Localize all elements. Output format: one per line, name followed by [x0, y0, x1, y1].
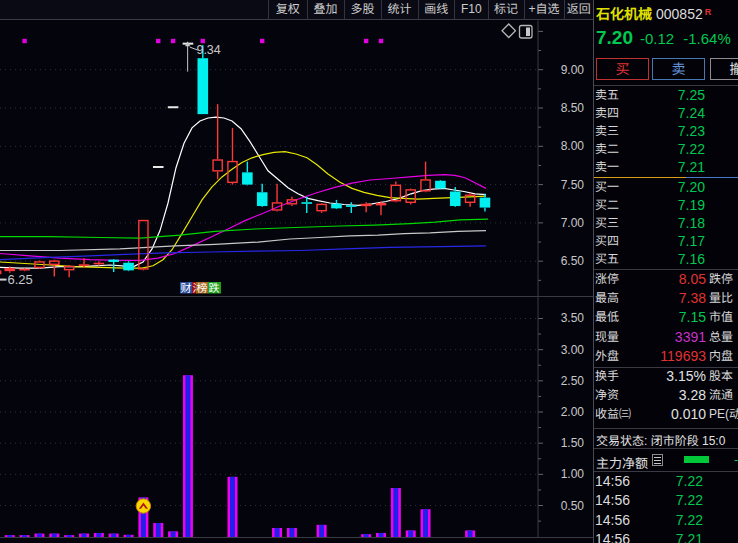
quote-panel: 石化机械000852R 7.20-0.12-1.64% 买卖撤 卖五7.25卖四… [593, 0, 738, 543]
volume-bar[interactable] [124, 535, 134, 537]
bid-label: 买一 [595, 178, 619, 196]
menu-item-adjust-rights[interactable]: 复权 [268, 0, 307, 19]
stat-row-现量: 现量3391总量 [594, 328, 738, 347]
tick-price: 7.21 [676, 530, 703, 543]
volume-bar[interactable] [5, 535, 15, 537]
candle-body [79, 264, 90, 266]
buy-button[interactable]: 买 [596, 58, 649, 80]
stat-label2: PE(动 [709, 405, 738, 424]
event-marker-dot [156, 39, 160, 43]
net-flow-bar [684, 456, 709, 463]
candle-31[interactable] [435, 180, 446, 189]
bid-price: 7.18 [678, 214, 705, 232]
indicator-badge-财[interactable]: 财 [180, 282, 192, 294]
volume-bar[interactable] [272, 528, 282, 537]
menu-item-multi-stock[interactable]: 多股 [344, 0, 381, 19]
menu-item-mark[interactable]: 标记 [488, 0, 524, 19]
indicator-badge-跌[interactable]: 跌 [208, 282, 221, 294]
ask-price: 7.24 [678, 104, 705, 122]
volume-bar[interactable] [421, 509, 431, 537]
volume-bar-inner [96, 533, 101, 537]
stat-row-收益㈢: 收益㈢0.010PE(动 [594, 405, 738, 424]
badge-label: 财 [181, 282, 192, 294]
volume-axis-label: 1.00 [561, 467, 585, 481]
candle-body [450, 191, 461, 206]
stat-value: 3391 [675, 328, 706, 347]
menu-item-statistics[interactable]: 统计 [381, 0, 418, 19]
volume-bar[interactable] [228, 477, 238, 537]
tick-time: 14:56 [595, 511, 630, 530]
chart-background [0, 0, 593, 543]
menu-item-back[interactable]: 返回 [564, 0, 594, 19]
volume-bar[interactable] [287, 528, 297, 537]
volume-bar-inner [126, 535, 131, 537]
high-price-label: 9.34 [196, 43, 220, 57]
tick-row: 14:567.21 [594, 530, 738, 543]
volume-bar[interactable] [20, 535, 30, 537]
stat-value: 0.010 [671, 405, 706, 424]
candle-body [331, 204, 342, 209]
stat-label: 最低 [595, 308, 619, 327]
volume-bar[interactable] [49, 534, 59, 537]
volume-bar-inner [171, 531, 176, 537]
stock-name: 石化机械 [596, 6, 652, 22]
candle-body [198, 58, 209, 114]
bid-row: 买三7.18 [594, 214, 738, 232]
menu-item-f10[interactable]: F10 [454, 0, 488, 19]
kline-and-volume-chart[interactable]: 9.008.508.007.507.006.503.503.002.502.00… [0, 0, 593, 543]
sell-button[interactable]: 卖 [652, 58, 705, 80]
volume-bar[interactable] [109, 534, 119, 537]
volume-bar[interactable] [361, 534, 371, 537]
cancel-button[interactable]: 撤 [710, 58, 738, 80]
tick-time: 14:56 [595, 472, 630, 491]
volume-bar[interactable] [465, 530, 475, 537]
volume-bar[interactable] [79, 534, 89, 537]
menu-item-overlay[interactable]: 叠加 [307, 0, 344, 19]
volume-bar[interactable] [64, 535, 74, 537]
candle-body [108, 260, 119, 262]
panel-divider [594, 448, 738, 449]
tick-price: 7.22 [676, 511, 703, 530]
indicator-badge-榜[interactable]: 榜 [196, 282, 208, 294]
stat-label2: 量比 [709, 289, 733, 308]
volume-bar-inner [379, 533, 384, 537]
stock-title: 石化机械000852R [596, 3, 711, 23]
volume-axis-label: 1.50 [561, 436, 585, 450]
volume-bar[interactable] [391, 488, 401, 537]
stat-row-外盘: 外盘119693内盘 [594, 347, 738, 366]
volume-bar[interactable] [317, 525, 327, 537]
stat-row-最高: 最高7.38量比 [594, 289, 738, 308]
volume-bar[interactable] [406, 530, 416, 537]
volume-axis-label: 3.50 [561, 311, 585, 325]
bid-price: 7.16 [678, 250, 705, 268]
candle-body [4, 268, 15, 271]
volume-bar[interactable] [376, 533, 386, 537]
stat-row-净资: 净资3.28流通 [594, 386, 738, 405]
top-menu-bar: 复权叠加多股统计画线F10标记+自选返回 [0, 0, 593, 20]
candle-body [123, 263, 134, 271]
price-axis-label: 8.00 [561, 139, 585, 153]
menu-item-add-watchlist[interactable]: +自选 [524, 0, 564, 19]
volume-bar-inner [230, 477, 235, 537]
tick-row: 14:567.22 [594, 472, 738, 491]
volume-bar[interactable] [34, 534, 44, 537]
volume-bar[interactable] [168, 531, 178, 537]
list-icon[interactable] [652, 454, 663, 466]
tick-row: 14:567.22 [594, 491, 738, 510]
bid-label: 买二 [595, 196, 619, 214]
price-axis-label: 7.50 [561, 178, 585, 192]
bid-row: 买一7.20 [594, 178, 738, 196]
panel-divider [594, 471, 738, 472]
stat-label: 外盘 [595, 347, 619, 366]
volume-bar[interactable] [183, 375, 193, 537]
panel-divider [594, 269, 738, 270]
volume-bar[interactable] [153, 523, 163, 537]
candle-body [362, 204, 371, 205]
volume-bar[interactable] [94, 533, 104, 537]
volume-axis-label: 0.50 [561, 499, 585, 513]
volume-bar-inner [156, 523, 161, 537]
bid-row: 买二7.19 [594, 196, 738, 214]
volume-bar-inner [468, 530, 473, 537]
low-price-label: 6.25 [8, 272, 33, 287]
menu-item-draw-line[interactable]: 画线 [418, 0, 455, 19]
